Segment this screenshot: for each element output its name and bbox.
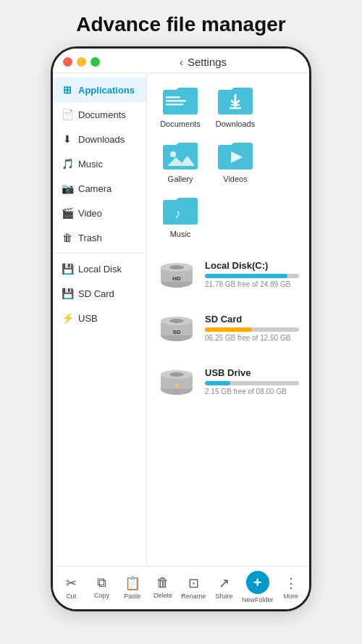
sidebar-item-usb[interactable]: ⚡ USB (53, 306, 146, 330)
cut-icon: ✂ (66, 575, 77, 591)
toolbar-new-folder[interactable]: + NewFolder (242, 571, 274, 603)
more-label: More (283, 593, 298, 600)
sidebar: ⊞ Applications 📄 Documents ⬇ Downloads 🎵… (53, 73, 147, 566)
trash-icon: 🗑 (62, 232, 73, 243)
svg-rect-6 (230, 107, 241, 109)
delete-label: Delete (153, 592, 172, 599)
minimize-button[interactable] (77, 57, 86, 67)
top-bar-center: ‹ Settings (107, 56, 299, 68)
drive-local-disk-bar-container (205, 274, 299, 278)
sd-card-label: SD Card (78, 288, 114, 299)
folder-downloads-icon (216, 85, 254, 117)
sidebar-item-camera[interactable]: 📷 Camera (53, 176, 146, 201)
svg-point-14 (169, 265, 184, 269)
copy-icon: ⧉ (97, 575, 106, 590)
new-folder-plus-icon: + (253, 574, 262, 591)
drive-sd-card-name: SD Card (205, 314, 299, 325)
sidebar-divider (53, 253, 146, 254)
copy-label: Copy (94, 592, 109, 599)
folder-documents-label: Documents (160, 120, 201, 128)
drive-local-disk-name: Local Disk(C:) (205, 260, 299, 271)
music-icon: 🎵 (62, 158, 73, 170)
sd-card-icon: 💾 (62, 288, 73, 299)
svg-point-19 (169, 319, 184, 323)
svg-rect-2 (166, 104, 183, 106)
documents-icon: 📄 (62, 109, 73, 120)
toolbar-copy[interactable]: ⧉ Copy (88, 575, 114, 599)
top-bar: ‹ Settings (53, 49, 309, 73)
drive-sd-card[interactable]: SD SD Card 06.25 GB free of 12.50 GB (154, 304, 302, 351)
drive-local-disk-free: 21.78 GB free of 24.89 GB (205, 280, 299, 288)
local-disk-label: Local Disk (78, 264, 122, 275)
topbar-title: Settings (188, 56, 227, 68)
folder-gallery[interactable]: Gallery (154, 135, 206, 188)
drive-sd-card-info: SD Card 06.25 GB free of 12.50 GB (205, 314, 299, 342)
sidebar-item-applications[interactable]: ⊞ Applications (53, 78, 146, 102)
drive-usb-name: USB Drive (205, 367, 299, 378)
paste-label: Paste (124, 593, 140, 600)
drive-local-disk[interactable]: HD Local Disk(C:) 21.78 GB free of 24.89… (154, 250, 302, 298)
svg-rect-1 (166, 100, 186, 102)
share-label: Share (216, 593, 233, 600)
folder-downloads[interactable]: Downloads (209, 80, 261, 133)
page-title: Advance file manager (76, 13, 285, 36)
video-icon: 🎬 (62, 207, 73, 219)
back-arrow-icon[interactable]: ‹ (180, 56, 183, 68)
folder-videos-icon (216, 140, 254, 172)
toolbar-cut[interactable]: ✂ Cut (58, 575, 84, 600)
bottom-toolbar: ✂ Cut ⧉ Copy 📋 Paste 🗑 Delete ⊡ Rename ↗… (53, 566, 309, 609)
close-button[interactable] (63, 57, 72, 67)
drive-sd-icon: SD (157, 308, 196, 347)
usb-label: USB (78, 313, 98, 324)
drive-sd-card-free: 06.25 GB free of 12.50 GB (205, 334, 299, 342)
documents-label: Documents (78, 109, 126, 120)
main-content: ⊞ Applications 📄 Documents ⬇ Downloads 🎵… (53, 73, 309, 566)
usb-icon: ⚡ (62, 312, 73, 324)
folder-gallery-label: Gallery (168, 175, 193, 183)
folder-documents[interactable]: Documents (154, 80, 206, 133)
drive-sd-card-bar-container (205, 327, 299, 332)
svg-point-7 (170, 151, 176, 157)
downloads-label: Downloads (78, 134, 125, 145)
trash-label: Trash (78, 233, 102, 243)
sidebar-item-trash[interactable]: 🗑 Trash (53, 225, 146, 250)
drive-usb-bar-container (205, 381, 299, 385)
svg-rect-0 (166, 96, 180, 99)
folder-grid: Documents Downloads (154, 80, 302, 243)
folder-videos[interactable]: Videos (209, 135, 261, 188)
svg-text:⚡: ⚡ (174, 382, 180, 389)
sidebar-item-music[interactable]: 🎵 Music (53, 151, 146, 176)
toolbar-more[interactable]: ⋮ More (278, 575, 304, 600)
sidebar-item-downloads[interactable]: ⬇ Downloads (53, 127, 146, 151)
sidebar-item-sd-card[interactable]: 💾 SD Card (53, 281, 146, 306)
applications-icon: ⊞ (62, 84, 73, 96)
toolbar-share[interactable]: ↗ Share (211, 575, 237, 600)
sidebar-item-documents[interactable]: 📄 Documents (53, 102, 146, 127)
toolbar-delete[interactable]: 🗑 Delete (150, 575, 176, 599)
drive-local-disk-info: Local Disk(C:) 21.78 GB free of 24.89 GB (205, 260, 299, 288)
paste-icon: 📋 (125, 575, 140, 591)
sidebar-item-local-disk[interactable]: 💾 Local Disk (53, 256, 146, 281)
folder-downloads-label: Downloads (216, 120, 255, 128)
rename-icon: ⊡ (188, 575, 199, 591)
drive-usb-bar-fill (205, 381, 230, 385)
downloads-icon: ⬇ (62, 133, 73, 145)
new-folder-circle: + (246, 571, 269, 594)
svg-text:♪: ♪ (174, 206, 181, 221)
folder-music[interactable]: ♪ Music (154, 191, 206, 243)
toolbar-paste[interactable]: 📋 Paste (119, 575, 146, 600)
video-label: Video (78, 208, 102, 219)
camera-label: Camera (78, 183, 111, 194)
svg-text:HD: HD (172, 275, 181, 282)
maximize-button[interactable] (90, 57, 100, 67)
more-icon: ⋮ (285, 575, 298, 591)
drive-sd-card-bar-fill (205, 327, 252, 332)
share-icon: ↗ (219, 575, 230, 591)
drive-usb[interactable]: ⚡ USB Drive 2.15 GB free of 08.00 GB (154, 357, 302, 405)
right-panel: Documents Downloads (147, 73, 309, 566)
folder-music-icon: ♪ (161, 195, 199, 227)
cut-label: Cut (66, 593, 76, 600)
toolbar-rename[interactable]: ⊡ Rename (180, 575, 206, 600)
sidebar-item-video[interactable]: 🎬 Video (53, 201, 146, 225)
drive-hd-icon: HD (157, 254, 196, 293)
